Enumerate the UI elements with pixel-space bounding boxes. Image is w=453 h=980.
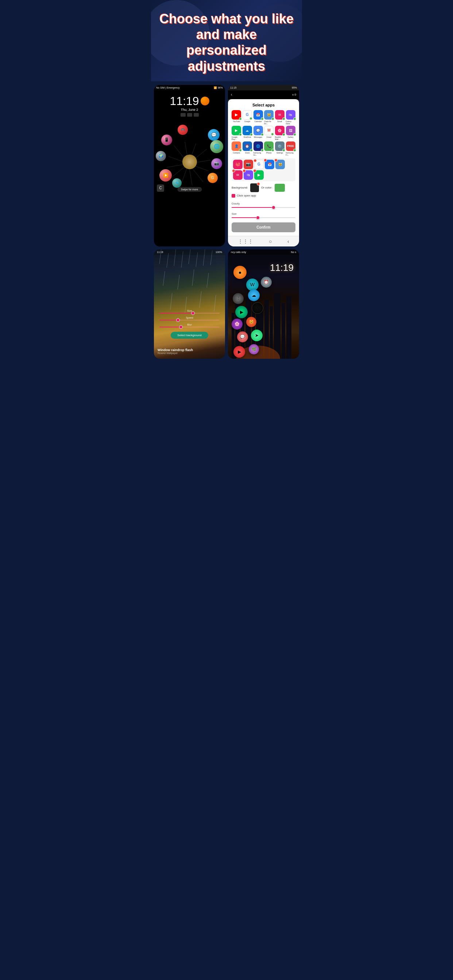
app-item-email[interactable]: ✉ Email: [275, 110, 285, 125]
p3-speed-fill: [160, 320, 178, 320]
svg-line-24: [170, 293, 172, 310]
svg-rect-38: [286, 296, 292, 359]
phone4-status: ncy calls only No s: [228, 250, 299, 255]
app-item-samsung-internet[interactable]: 🌐 Samsung Int...: [253, 142, 263, 156]
click-open-row: Click open app: [231, 194, 295, 197]
p3-speed-track: [160, 320, 220, 320]
floating-ball-6: 🐦: [172, 178, 182, 188]
background-preview[interactable]: [250, 183, 259, 192]
selected-camera: 📷: [244, 160, 253, 169]
phone1-carrier: No SIM | Emergency: [156, 86, 179, 89]
app-item-gmail[interactable]: M Gmail: [264, 126, 274, 140]
app-item-phone[interactable]: 📞 Phone: [264, 142, 274, 156]
float-word: W: [246, 278, 258, 291]
remove-clash: [274, 159, 278, 162]
app-label-youtube: YouTube: [233, 120, 240, 123]
p3-speed-thumb[interactable]: [176, 318, 180, 322]
p3-blur-thumb[interactable]: [179, 325, 183, 329]
app-item-calendar[interactable]: 📅 Calendar: [253, 110, 263, 125]
nav-recent-icon[interactable]: ⋮⋮⋮: [238, 239, 253, 244]
check-gmail: [271, 133, 274, 135]
gravity-thumb[interactable]: [272, 205, 275, 209]
app-item-contacts[interactable]: 👤 Contacts: [231, 142, 241, 156]
color-swatch[interactable]: [274, 184, 285, 192]
select-background-button[interactable]: Select background: [171, 332, 208, 339]
phone1-quick-icons: [158, 113, 222, 117]
check-samsung-free: [293, 149, 296, 152]
svg-line-23: [207, 273, 209, 288]
svg-line-26: [199, 291, 201, 308]
app-item-messages[interactable]: 💬 Messages: [253, 126, 263, 140]
app-label-gallery: Gallery: [288, 136, 293, 138]
swipe-hint: Swipe for more: [177, 187, 202, 192]
svg-line-27: [214, 295, 216, 311]
app-label-contacts: Contacts: [233, 152, 240, 154]
app-label-phone: Phone: [266, 152, 271, 154]
click-open-checkbox[interactable]: [231, 194, 235, 197]
p3-speed-label: Speed: [160, 317, 220, 319]
float-play: ▶: [235, 306, 248, 318]
dandelion-center: [182, 154, 197, 169]
nav-back-icon[interactable]: ‹: [287, 239, 289, 244]
hero-section: Choose what you like and make personaliz…: [151, 0, 302, 81]
float-chat: 💬: [237, 331, 248, 342]
floating-ball-7: ▶️: [160, 169, 172, 181]
app-item-youtube[interactable]: ▶ YouTube: [231, 110, 241, 125]
check-samsung-internet: [261, 149, 264, 152]
float-time: ⏰: [261, 277, 272, 288]
remove-play: [253, 169, 257, 172]
hero-title: Choose what you like and make personaliz…: [158, 11, 295, 74]
float-cat: 🐱: [246, 317, 257, 327]
check-galaxy-store: [293, 118, 296, 120]
app-item-google[interactable]: G Google: [242, 110, 252, 125]
size-thumb[interactable]: [256, 216, 260, 220]
app-label-real4d: Real4d Wall...: [275, 136, 285, 140]
click-open-label: Click open app: [237, 194, 256, 197]
float-youtube: ▶: [233, 346, 245, 358]
check-onedrive: [250, 133, 253, 136]
app-item-settings[interactable]: ⚙️ Settings: [275, 142, 285, 156]
background-row: Background: Or color:: [231, 183, 295, 192]
p3-size-thumb[interactable]: [191, 311, 195, 315]
app-item-real4d[interactable]: 🌸 Real4d Wall...: [275, 126, 285, 140]
phone4-right: No s: [291, 251, 296, 253]
floating-ball-4: 📷: [211, 158, 222, 169]
svg-rect-37: [282, 303, 285, 359]
selected-google: G: [254, 160, 264, 169]
phone4-mockup: ncy calls only No s 11:19 ● W ⏰ ⋮ ☁ ▶ △ …: [228, 250, 299, 359]
app-item-google-play[interactable]: ▶ Google Play...: [231, 126, 241, 140]
phone3-title: Window raindrop flash: [158, 348, 193, 352]
check-phone: [271, 149, 274, 152]
app-item-galaxy-store[interactable]: 🛍 Galaxy Store: [286, 110, 295, 125]
check-clash: [271, 118, 274, 120]
nav-home-icon[interactable]: ○: [269, 239, 272, 244]
size-control: Size: [231, 210, 295, 218]
app-item-clash[interactable]: 🐱 Clash for An...: [264, 110, 274, 125]
app-item-onedrive[interactable]: ☁ OneDrive: [242, 126, 252, 140]
app-item-samsung-free[interactable]: FREE Samsung Fr...: [286, 142, 295, 156]
size-fill: [231, 217, 257, 218]
background-label: Background:: [231, 186, 248, 189]
selected-email: ✉: [233, 170, 242, 180]
phone3-controls: Size Speed Blur: [154, 310, 225, 339]
phone2-time: 11:15: [230, 86, 237, 89]
phone2-battery: 95%: [292, 86, 297, 89]
check-youtube: [239, 118, 242, 120]
remove-calendar: [264, 159, 267, 162]
float-flower: 🌸: [231, 319, 242, 329]
phone3-mockup: 11:19 100% Size Speed: [154, 250, 225, 359]
gravity-control: Gravity: [231, 199, 295, 208]
check-gallery: [293, 133, 296, 136]
back-arrow: ‹: [231, 92, 232, 97]
phone2-mockup: 11:15 95% ‹ x 0 Select apps ▶ YouTube: [228, 85, 299, 247]
phone1-signal: 📶 96%: [214, 86, 223, 89]
check-real4d: [282, 133, 285, 136]
app-label-galaxy-store: Galaxy Store: [286, 120, 295, 125]
app-item-gallery[interactable]: 🖼 Gallery: [286, 126, 295, 140]
remove-bg: [257, 182, 260, 186]
confirm-button[interactable]: Confirm: [231, 223, 295, 232]
app-item-clock[interactable]: ⏰ Clock: [242, 142, 252, 156]
app-label-calendar: Calendar: [255, 120, 262, 123]
p3-blur-fill: [160, 327, 180, 328]
app-label-google: Google: [244, 120, 250, 123]
